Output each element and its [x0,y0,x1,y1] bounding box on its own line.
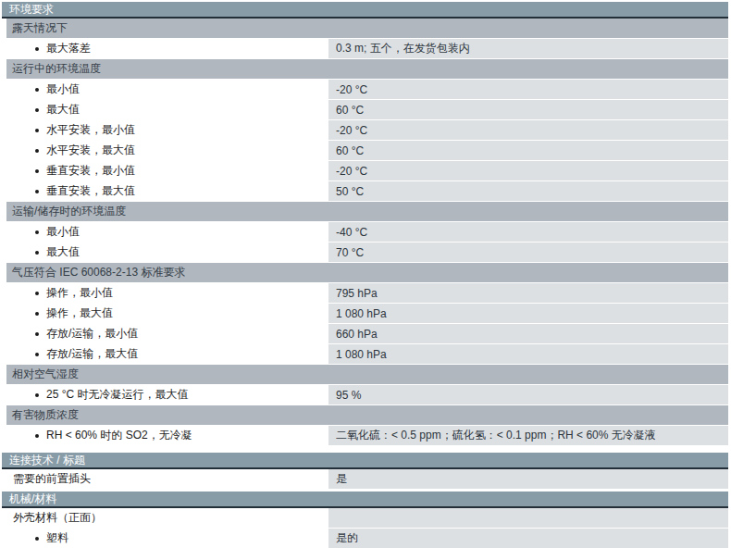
subsection-header-label: 运行中的环境温度 [12,61,101,77]
spec-value: -40 °C [328,222,728,242]
spec-label-bulleted: 最大落差 [6,39,328,58]
spec-value: 70 °C [328,243,728,262]
spec-value: 1 080 hPa [328,304,728,323]
spec-value: 1 080 hPa [328,344,728,364]
section-header-label: 环境要求 [9,2,54,18]
spec-row: 存放/运输，最小值660 hPa [6,324,728,343]
subsection-header-label: 运输/储存时的环境温度 [12,204,126,219]
spec-value: 60 °C [328,100,728,119]
spec-value: -20 °C [328,161,728,180]
spec-label-bulleted: 25 °C 时无冷凝运行，最大值 [6,385,328,404]
spec-value: 是 [328,469,728,489]
section-header-row: 机械/材料 [2,492,728,508]
spec-label-bulleted: 最大值 [6,100,328,119]
subsection-header-label: 气压符合 IEC 60068-2-13 标准要求 [12,265,185,280]
spec-value: 50 °C [328,181,728,201]
spec-label-bulleted: 水平安装，最大值 [6,141,328,160]
spec-row: 最小值-20 °C [6,80,728,99]
section-header-row: 连接技术 / 标题 [2,453,728,469]
spec-value: 660 hPa [328,324,728,343]
spec-label-bulleted: 塑料 [6,529,328,548]
spec-row: 需要的前置插头是 [6,469,728,489]
spec-row: 外壳材料（正面） [6,508,728,528]
spec-value: -20 °C [328,120,728,140]
spec-row: 25 °C 时无冷凝运行，最大值95 % [6,385,728,404]
spec-row: 最小值-40 °C [6,222,728,242]
spec-row: 垂直安装，最小值-20 °C [6,161,728,180]
spec-row: 最大落差0.3 m; 五个，在发货包装内 [6,39,728,58]
spec-value: 795 hPa [328,283,728,303]
spec-row: 操作，最小值795 hPa [6,283,728,303]
spec-label-bulleted: 存放/运输，最小值 [6,324,328,343]
spec-table: 环境要求露天情况下最大落差0.3 m; 五个，在发货包装内运行中的环境温度最小值… [0,0,728,548]
subsection-header-row: 运行中的环境温度 [6,59,728,79]
subsection-header-row: 运输/储存时的环境温度 [6,202,728,221]
spec-row: 存放/运输，最大值1 080 hPa [6,344,728,364]
subsection-header-row: 有害物质浓度 [6,405,728,425]
subsection-header-row: 相对空气湿度 [6,365,728,384]
spec-row: 水平安装，最大值60 °C [6,141,728,160]
spec-label: 需要的前置插头 [6,469,328,489]
spec-value: 0.3 m; 五个，在发货包装内 [328,39,728,58]
spec-value: -20 °C [328,80,728,99]
subsection-header-label: 露天情况下 [12,20,68,36]
subsection-header-row: 气压符合 IEC 60068-2-13 标准要求 [6,263,728,282]
section-header-label: 连接技术 / 标题 [9,453,85,468]
spec-value: 是的 [328,529,728,548]
section-header-row: 环境要求 [2,2,728,19]
spec-label-bulleted: 最大值 [6,243,328,262]
spec-value: 60 °C [328,141,728,160]
subsection-header-row: 露天情况下 [6,19,728,38]
subsection-header-label: 相对空气湿度 [12,367,79,382]
spec-label-bulleted: 垂直安装，最大值 [6,181,328,201]
spec-row: 操作，最大值1 080 hPa [6,304,728,323]
spec-row: 水平安装，最小值-20 °C [6,120,728,140]
spec-label: 外壳材料（正面） [6,508,328,528]
spec-label-bulleted: RH < 60% 时的 SO2，无冷凝 [6,426,328,445]
spec-value [328,508,728,528]
spec-label-bulleted: 存放/运输，最大值 [6,344,328,364]
spec-label-bulleted: 操作，最大值 [6,304,328,323]
spec-value: 95 % [328,385,728,404]
section-header-label: 机械/材料 [9,492,56,507]
spec-label-bulleted: 垂直安装，最小值 [6,161,328,180]
spec-row: RH < 60% 时的 SO2，无冷凝二氧化硫：< 0.5 ppm；硫化氢：< … [6,426,728,445]
spec-label-bulleted: 最小值 [6,222,328,242]
spec-row: 最大值60 °C [6,100,728,119]
subsection-header-label: 有害物质浓度 [12,407,79,423]
spec-row: 塑料是的 [6,529,728,548]
spec-row: 垂直安装，最大值50 °C [6,181,728,201]
spec-label-bulleted: 水平安装，最小值 [6,120,328,140]
spec-label-bulleted: 最小值 [6,80,328,99]
spec-label-bulleted: 操作，最小值 [6,283,328,303]
spec-row: 最大值70 °C [6,243,728,262]
spec-value: 二氧化硫：< 0.5 ppm；硫化氢：< 0.1 ppm；RH < 60% 无冷… [328,426,728,445]
